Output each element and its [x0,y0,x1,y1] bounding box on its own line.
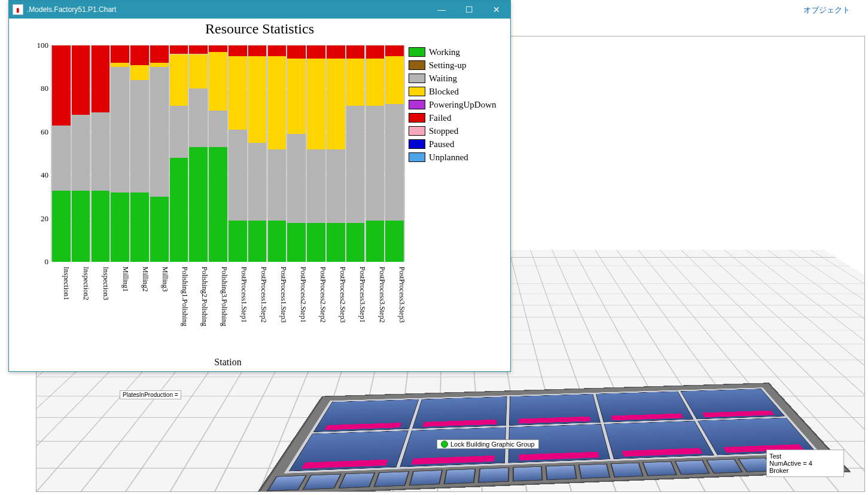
bar-segment [52,45,71,126]
bar-segment [92,112,110,190]
legend-item: Waiting [409,72,497,85]
bar-segment [366,221,385,262]
bar-segment [170,158,188,262]
bar-segment [248,221,267,262]
legend-swatch [409,74,425,83]
plates-label: PlatesInProduction = [120,390,181,399]
bar-segment [307,149,325,223]
bar-segment [72,45,90,115]
bar-column [229,45,247,262]
bar-segment [248,143,267,221]
x-tick: Polishing3.Polishing [210,264,229,366]
bar-column [72,45,90,262]
legend-label: PoweringUpDown [429,100,497,110]
lock-building-toggle[interactable]: Lock Building Graphic Group [437,439,539,449]
legend-label: Blocked [429,87,459,97]
bar-segment [287,134,306,222]
bar-column [209,45,227,262]
x-tick: PostProcess2.Step1 [289,264,307,366]
legend-label: Waiting [429,74,457,84]
maximize-button[interactable]: ☐ [455,1,483,19]
bar-segment [268,221,287,262]
minimize-button[interactable]: — [428,1,455,19]
bar-segment [72,115,90,191]
legend-swatch [409,47,425,57]
x-tick: Inspection3 [92,264,110,366]
bar-segment [229,221,247,262]
x-axis-label: Station [51,357,405,368]
bar-segment [385,104,404,221]
bar-segment [385,221,404,262]
chart-body: Resource Statistics 020406080100 Inspect… [9,19,510,371]
x-tick: PostProcess3.Step1 [348,264,367,366]
bar-segment [346,59,365,106]
bar-segment [287,45,306,59]
bar-segment [327,45,345,59]
legend-label: Setting-up [429,60,467,71]
y-tick: 20 [41,214,48,224]
bar-segment [170,45,188,54]
bar-segment [229,45,247,56]
legend-swatch [409,60,425,70]
close-button[interactable]: ✕ [483,1,510,19]
x-tick: Milling2 [131,264,150,366]
x-tick: Polishing1.Polishing [170,264,189,366]
bar-segment [346,45,365,59]
chart-title: Resource Statistics [9,21,510,37]
bar-segment [150,197,169,262]
legend-swatch [409,100,425,109]
bar-segment [130,80,149,192]
bar-column [92,45,110,262]
bar-column [327,45,345,262]
bar-segment [287,59,306,135]
bar-segment [385,56,404,104]
bar-segment [327,223,345,262]
bar-segment [385,45,404,56]
bar-segment [111,192,129,262]
x-tick: PostProcess1.Step2 [249,264,268,366]
bar-segment [130,192,149,262]
legend-item: PoweringUpDown [409,98,497,111]
legend-swatch [409,113,425,123]
bar-segment [327,59,345,149]
bar-segment [366,59,385,106]
tab-object[interactable]: オブジェクト [803,5,850,16]
bar-segment [130,45,149,65]
bar-column [385,45,404,262]
plot-area [51,45,405,262]
bar-column [346,45,365,262]
y-tick: 40 [41,170,48,180]
lock-label: Lock Building Graphic Group [450,441,535,448]
factory-building [255,383,851,492]
bar-column [130,45,149,262]
bar-column [268,45,287,262]
bar-segment [307,223,325,262]
bar-segment [189,45,208,54]
bar-segment [189,147,208,262]
bar-segment [307,45,325,59]
legend-label: Paused [429,139,455,149]
bar-column [52,45,71,262]
bar-segment [307,59,325,149]
legend-label: Stopped [429,126,458,136]
x-tick: PostProcess1.Step3 [269,264,288,366]
x-tick: PostProcess1.Step1 [230,264,248,366]
bar-segment [229,56,247,130]
legend-item: Setting-up [409,59,497,72]
bar-segment [130,65,149,80]
bar-segment [209,45,227,52]
window-titlebar[interactable]: ▮ .Models.Factory51.P1.Chart — ☐ ✕ [9,1,510,19]
y-tick: 80 [41,84,48,93]
bar-segment [72,191,90,262]
legend-label: Unplanned [429,152,468,163]
legend-label: Working [429,47,460,57]
y-tick: 60 [41,127,48,137]
info-panel: Test NumActive = 4 Broker [766,450,844,477]
x-tick: Milling3 [151,264,169,366]
bar-column [111,45,129,262]
bar-column [170,45,188,262]
bar-segment [111,63,129,67]
legend-item: Paused [409,138,497,151]
bar-segment [189,54,208,89]
bar-column [287,45,306,262]
